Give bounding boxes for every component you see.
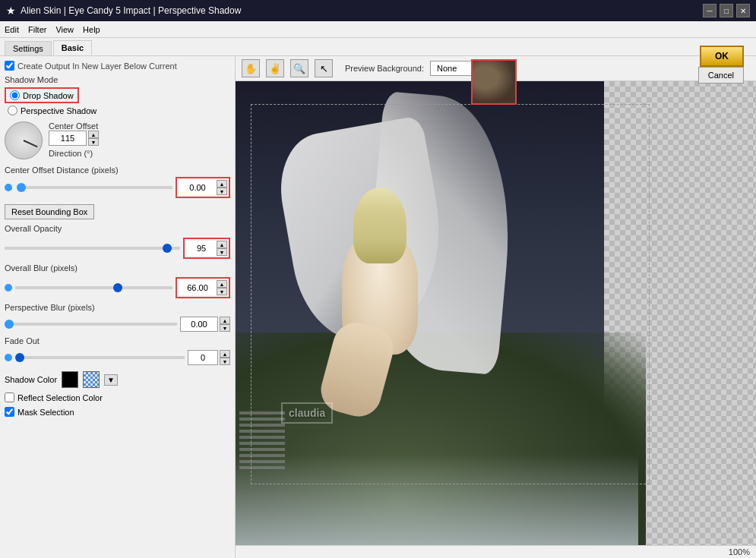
color-dropdown[interactable]: ▼ <box>104 374 118 386</box>
offset-distance-slider[interactable] <box>17 186 172 189</box>
perspective-shadow-label: Perspective Shadow <box>21 106 96 115</box>
direction-dial[interactable] <box>5 121 43 159</box>
tab-basic[interactable]: Basic <box>53 40 92 55</box>
tool-zoom-in[interactable]: 🔍 <box>290 59 308 77</box>
shadow-color-swatch[interactable] <box>62 371 78 388</box>
menu-bar: Edit Filter View Help <box>0 21 756 38</box>
overall-opacity-input[interactable] <box>186 241 217 256</box>
tool-hand[interactable]: ✋ <box>242 59 260 77</box>
blur-input-box: ▲ ▼ <box>176 277 230 298</box>
right-panel: ✋ ✌ 🔍 ↖ Preview Background: None White B… <box>236 56 756 558</box>
drop-shadow-box[interactable]: Drop Shadow <box>5 87 79 103</box>
title-bar-title: Alien Skin | Eye Candy 5 Impact | Perspe… <box>21 5 241 16</box>
ok-button[interactable]: OK <box>700 46 744 67</box>
perspective-blur-up[interactable]: ▲ <box>220 317 230 324</box>
fade-out-down[interactable]: ▼ <box>220 358 230 365</box>
perspective-blur-label: Perspective Blur (pixels) <box>5 303 95 312</box>
menu-help[interactable]: Help <box>83 25 100 34</box>
menu-view[interactable]: View <box>55 25 74 34</box>
create-output-checkbox[interactable] <box>5 61 14 71</box>
fade-out-up[interactable]: ▲ <box>220 350 230 358</box>
offset-slider-row <box>5 184 172 191</box>
tool-pointer[interactable]: ↖ <box>315 59 333 77</box>
offset-distance-input[interactable] <box>179 180 217 195</box>
title-bar: ★ Alien Skin | Eye Candy 5 Impact | Pers… <box>0 0 756 21</box>
blur-spinners: ▲ ▼ <box>217 280 227 295</box>
perspective-blur-down[interactable]: ▼ <box>220 324 230 332</box>
zoom-level: 100% <box>729 547 750 556</box>
close-button[interactable]: ✕ <box>736 4 750 17</box>
opacity-input-box: ▲ ▼ <box>183 238 230 259</box>
fade-out-input[interactable] <box>188 350 218 365</box>
opacity-up[interactable]: ▲ <box>217 241 227 248</box>
preview-scene: claudia <box>236 81 756 545</box>
status-bar: 100% <box>236 545 756 558</box>
overall-blur-input[interactable] <box>179 280 217 295</box>
mask-selection-label: Mask Selection <box>17 408 74 417</box>
menu-edit[interactable]: Edit <box>5 25 19 34</box>
center-offset-input[interactable] <box>49 131 87 146</box>
offset-distance-down[interactable]: ▼ <box>217 188 227 195</box>
blur-slider-thumb-marker <box>5 284 12 292</box>
create-output-label: Create Output In New Layer Below Current <box>17 61 177 71</box>
fade-out-input-wrapper: ▲ ▼ <box>188 350 230 365</box>
center-offset-input-wrapper: ▲ ▼ <box>49 131 99 146</box>
preview-content: claudia <box>236 81 756 545</box>
watermark: claudia <box>281 402 333 424</box>
direction-section: Center Offset ▲ ▼ Direction (°) <box>5 121 230 159</box>
reset-bounding-box-button[interactable]: Reset Bounding Box <box>5 204 94 219</box>
tool-pan[interactable]: ✌ <box>266 59 284 77</box>
mist-layer <box>236 454 638 545</box>
overall-opacity-slider[interactable] <box>5 247 180 250</box>
maximize-button[interactable]: □ <box>720 4 733 17</box>
mask-selection-checkbox[interactable] <box>5 407 14 417</box>
thumbnail[interactable] <box>471 59 517 105</box>
tab-settings[interactable]: Settings <box>5 41 52 55</box>
blur-down[interactable]: ▼ <box>217 288 227 295</box>
overall-blur-slider[interactable] <box>15 286 172 289</box>
fade-out-spinners: ▲ ▼ <box>220 350 230 365</box>
overall-opacity-label: Overall Opacity <box>5 224 88 233</box>
drop-shadow-radio[interactable] <box>10 90 20 100</box>
overall-blur-row: Overall Blur (pixels) <box>5 263 230 273</box>
offset-distance-section: Center Offset Distance (pixels) ▲ ▼ <box>5 166 230 198</box>
minimize-button[interactable]: ─ <box>703 4 716 17</box>
opacity-spinners: ▲ ▼ <box>217 241 227 256</box>
dial-line <box>24 140 38 147</box>
direction-label: Direction (°) <box>49 149 99 158</box>
reflect-selection-checkbox[interactable] <box>5 392 14 402</box>
offset-distance-input-box: ▲ ▼ <box>176 177 230 198</box>
color-grid-button[interactable] <box>83 371 100 388</box>
fade-out-row: Fade Out <box>5 336 230 345</box>
tabs-bar: Settings Basic <box>0 38 756 55</box>
reflect-selection-label: Reflect Selection Color <box>17 393 103 402</box>
direction-inputs: Center Offset ▲ ▼ Direction (°) <box>49 121 99 159</box>
offset-distance-up[interactable]: ▲ <box>217 180 227 188</box>
offset-slider-thumb <box>5 184 12 191</box>
fade-out-slider[interactable] <box>15 356 185 359</box>
preview-bg-label: Preview Background: <box>345 64 424 73</box>
app-icon: ★ <box>6 5 16 17</box>
mask-selection-row: Mask Selection <box>5 407 230 417</box>
thumbnail-area <box>471 59 517 105</box>
perspective-shadow-row: Perspective Shadow <box>8 106 230 115</box>
cancel-button[interactable]: Cancel <box>698 67 744 84</box>
center-offset-up[interactable]: ▲ <box>88 131 99 138</box>
overall-opacity-row: Overall Opacity <box>5 224 230 233</box>
center-offset-down[interactable]: ▼ <box>88 138 99 146</box>
shadow-color-section: Shadow Color ▼ <box>5 371 230 388</box>
overall-blur-label: Overall Blur (pixels) <box>5 263 88 273</box>
perspective-blur-input[interactable] <box>180 317 218 332</box>
offset-distance-spinners: ▲ ▼ <box>217 180 227 195</box>
blur-up[interactable]: ▲ <box>217 280 227 288</box>
perspective-shadow-radio[interactable] <box>8 106 17 115</box>
stripe-decoration <box>239 408 285 469</box>
perspective-blur-slider[interactable] <box>5 323 177 326</box>
left-panel: Create Output In New Layer Below Current… <box>0 56 236 558</box>
angel-hair <box>353 188 406 263</box>
opacity-down[interactable]: ▼ <box>217 248 227 256</box>
create-output-row: Create Output In New Layer Below Current <box>5 61 230 71</box>
menu-filter[interactable]: Filter <box>28 25 46 34</box>
shadow-color-label: Shadow Color <box>5 375 57 384</box>
offset-distance-label: Center Offset Distance (pixels) <box>5 166 230 175</box>
